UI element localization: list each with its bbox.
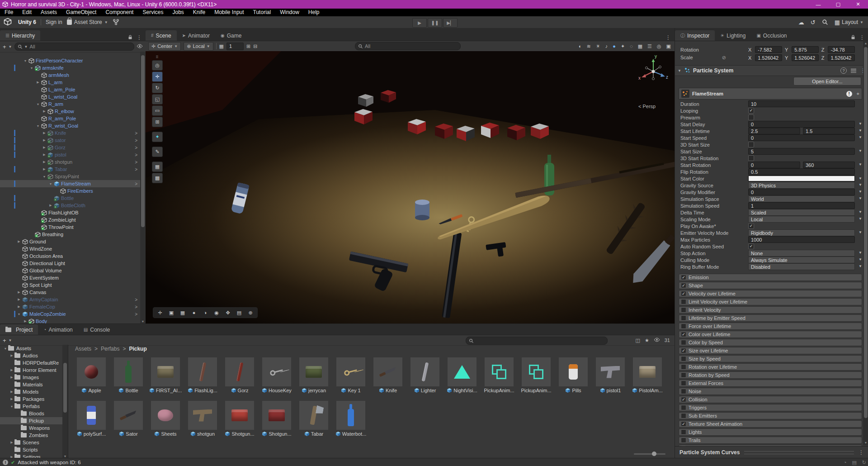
menu-item-help[interactable]: Help [304, 9, 324, 16]
prefab-open-chevron-icon[interactable]: > [135, 138, 137, 143]
foldout-arrow-icon[interactable]: ▶ [22, 319, 28, 323]
folder-row-models[interactable]: ▶Models [0, 388, 68, 395]
hierarchy-row-fireembers[interactable]: FireEmbers [0, 187, 140, 195]
module-bar[interactable]: Sub Emitters [679, 412, 862, 419]
dropdown-arrow-icon[interactable]: ▼ [859, 210, 862, 214]
hierarchy-row-flashlightob[interactable]: FlashLightOB [0, 209, 140, 216]
module-row-emission[interactable]: ✓Emission [679, 273, 862, 281]
hierarchy-row-firstpersoncharacter[interactable]: ▼FirstPersonCharacter [0, 57, 140, 64]
dropdown-arrow-icon[interactable]: ▼ [859, 128, 862, 133]
module-checkbox[interactable] [681, 429, 686, 435]
module-row-rotation-over-lifetime[interactable]: Rotation over Lifetime [679, 363, 862, 371]
hierarchy-scrollbar[interactable]: ▼ [140, 52, 146, 323]
menu-item-window[interactable]: Window [275, 9, 304, 16]
scene-picking-icon[interactable] [137, 44, 143, 49]
snap-increment-icon[interactable]: ⊞ [246, 43, 250, 49]
foldout-arrow-icon[interactable]: ▼ [47, 182, 54, 185]
folder-row-horror-element[interactable]: ▶Horror Element [0, 366, 68, 374]
folder-row-packages[interactable]: ▶Packages [0, 395, 68, 403]
chevron-down-icon[interactable]: ▼ [9, 338, 12, 342]
foldout-arrow-icon[interactable]: ▼ [9, 405, 14, 408]
minimize-button[interactable]: — [808, 0, 828, 9]
lock-icon[interactable] [127, 34, 133, 41]
folder-row-hdrpdefaultre[interactable]: HDRPDefaultRe [0, 359, 68, 366]
foldout-arrow-icon[interactable]: ▼ [22, 59, 28, 62]
hierarchy-row-throwpoint[interactable]: ThrowPoint [0, 223, 140, 231]
tab-console[interactable]: ▤Console [78, 324, 115, 335]
asset-label[interactable]: PickupAnim... [518, 387, 555, 393]
scale-z-field[interactable]: 1.526042 [828, 54, 855, 61]
property-checkbox[interactable]: ✓ [748, 223, 754, 229]
asset-tile-pistol1[interactable] [596, 357, 625, 386]
folder-row-weapons[interactable]: Weapons [0, 424, 68, 432]
asset-label[interactable]: Waterbot... [332, 431, 369, 437]
module-row-sub-emitters[interactable]: Sub Emitters [679, 412, 862, 420]
foldout-arrow-icon[interactable]: ▼ [41, 175, 47, 178]
property-dropdown[interactable]: Scaled [748, 209, 855, 216]
kebab-menu-icon[interactable]: ⋮ [665, 34, 671, 41]
module-bar[interactable]: ✓Color over Lifetime [679, 331, 862, 338]
property-dropdown[interactable]: Rigidbody [748, 229, 855, 236]
prefab-open-chevron-icon[interactable]: > [135, 131, 137, 136]
grid-button[interactable]: ▦ [178, 309, 188, 317]
module-bar[interactable]: ✓Shape [679, 282, 862, 289]
dropdown-arrow-icon[interactable]: ▼ [859, 196, 862, 200]
module-bar[interactable]: Lights [679, 428, 862, 436]
gizmos-dropdown-button[interactable]: ◎ [657, 43, 661, 49]
foldout-arrow-icon[interactable]: ▶ [47, 204, 54, 207]
console-status-icon[interactable]: ▤ [852, 460, 856, 466]
property-field-max[interactable]: 1.5 [803, 128, 855, 134]
asset-tile-shotgun-[interactable] [225, 401, 254, 430]
thumbnail-size-slider[interactable] [634, 453, 665, 455]
folder-row-images[interactable]: ▶Images [0, 374, 68, 381]
hierarchy-row-global-volume[interactable]: Global Volume [0, 267, 140, 274]
module-bar[interactable]: Trails [679, 437, 862, 444]
asset-label[interactable]: PickupAnim... [481, 387, 518, 393]
scene-lighting-button[interactable]: ☀ [596, 43, 600, 49]
foldout-arrow-icon[interactable]: ▶ [35, 81, 41, 84]
module-bar[interactable]: Inherit Velocity [679, 306, 862, 314]
module-bar[interactable]: ✓Texture Sheet Animation [679, 420, 862, 428]
module-row-triggers[interactable]: Triggers [679, 404, 862, 412]
hierarchy-row-r_arm_pole[interactable]: R_arm_Pole [0, 115, 140, 122]
foldout-arrow-icon[interactable]: ▼ [35, 124, 41, 128]
lock-icon[interactable] [850, 34, 856, 41]
module-bar[interactable]: Color by Speed [679, 339, 862, 346]
asset-tile-tabar[interactable] [299, 401, 328, 430]
cloud-button[interactable]: ☁ [798, 19, 804, 26]
dropdown-arrow-icon[interactable]: ▼ [859, 257, 862, 262]
asset-tile-pickupanim-[interactable] [485, 357, 514, 386]
property-field[interactable]: 1000 [748, 236, 855, 243]
menu-item-file[interactable]: File [0, 9, 18, 16]
audio-toggle-button[interactable]: ♪ [605, 43, 608, 49]
module-row-lights[interactable]: Lights [679, 428, 862, 436]
maximize-button[interactable]: ▢ [828, 0, 848, 9]
asset-tile-jerrycan[interactable] [299, 357, 328, 386]
dropdown-arrow-icon[interactable]: ▼ [859, 122, 862, 126]
grid-size-field[interactable]: 1 [226, 43, 244, 50]
foldout-arrow-icon[interactable]: ▶ [41, 153, 47, 157]
hierarchy-row-bottle[interactable]: Bottle [0, 195, 140, 202]
asset-label[interactable]: Sator [110, 431, 147, 437]
add-module-icon[interactable]: + [857, 91, 859, 96]
asset-tile-sator[interactable] [114, 401, 143, 430]
module-row-velocity-over-lifetime[interactable]: ✓Velocity over Lifetime [679, 290, 862, 298]
tab-animator[interactable]: ➤Animator [177, 30, 215, 41]
curves-resize-grip[interactable] [744, 451, 854, 454]
property-checkbox[interactable] [748, 142, 754, 147]
tab-hierarchy[interactable]: ☰ Hierarchy [0, 30, 40, 41]
help-icon[interactable]: ? [840, 67, 847, 74]
prefab-open-chevron-icon[interactable]: > [135, 160, 137, 165]
foldout-arrow-icon[interactable]: ▼ [678, 69, 681, 73]
module-checkbox[interactable]: ✓ [681, 275, 686, 280]
folder-row-zombies[interactable]: Zombies [0, 432, 68, 439]
rotation-x-field[interactable]: -7.582 [755, 46, 782, 53]
tab-occlusion[interactable]: ▣Occlusion [751, 30, 792, 41]
breadcrumb-assets[interactable]: Assets [75, 346, 91, 352]
property-field-min[interactable]: 2.5 [748, 128, 800, 134]
sign-in-button[interactable]: Sign in [46, 19, 62, 25]
module-checkbox[interactable] [681, 340, 686, 345]
start-color-swatch[interactable] [748, 176, 855, 181]
module-checkbox[interactable] [681, 437, 686, 443]
hierarchy-row-bottlecloth[interactable]: ▶BottleCloth [0, 202, 140, 209]
